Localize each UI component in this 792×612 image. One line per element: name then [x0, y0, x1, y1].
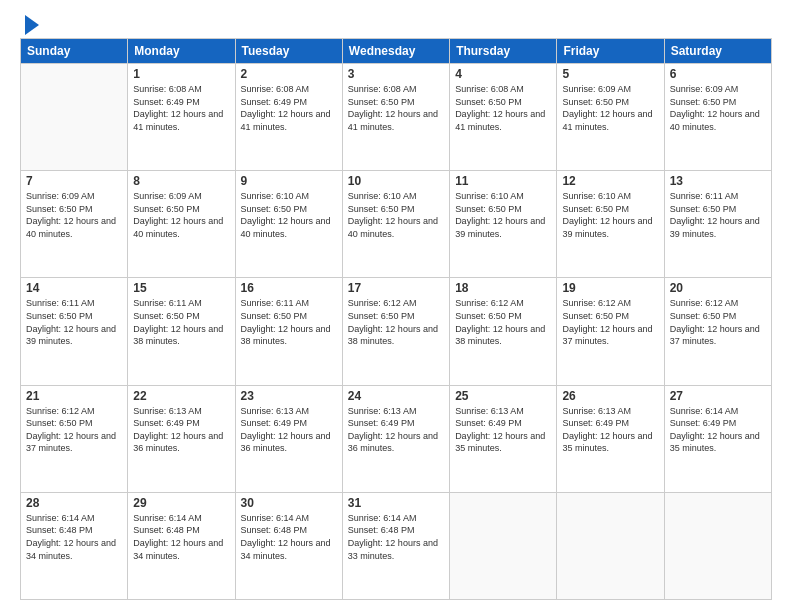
day-number: 22 [133, 389, 229, 403]
day-number: 13 [670, 174, 766, 188]
day-number: 21 [26, 389, 122, 403]
calendar-cell: 15Sunrise: 6:11 AMSunset: 6:50 PMDayligh… [128, 278, 235, 385]
cell-info: Sunrise: 6:09 AMSunset: 6:50 PMDaylight:… [562, 83, 658, 133]
header-row: SundayMondayTuesdayWednesdayThursdayFrid… [21, 39, 772, 64]
cell-info: Sunrise: 6:11 AMSunset: 6:50 PMDaylight:… [26, 297, 122, 347]
calendar-cell: 19Sunrise: 6:12 AMSunset: 6:50 PMDayligh… [557, 278, 664, 385]
cell-info: Sunrise: 6:11 AMSunset: 6:50 PMDaylight:… [670, 190, 766, 240]
calendar-cell: 17Sunrise: 6:12 AMSunset: 6:50 PMDayligh… [342, 278, 449, 385]
day-number: 11 [455, 174, 551, 188]
calendar-cell: 31Sunrise: 6:14 AMSunset: 6:48 PMDayligh… [342, 492, 449, 599]
cell-info: Sunrise: 6:11 AMSunset: 6:50 PMDaylight:… [241, 297, 337, 347]
weekday-header: Saturday [664, 39, 771, 64]
cell-info: Sunrise: 6:13 AMSunset: 6:49 PMDaylight:… [455, 405, 551, 455]
weekday-header: Tuesday [235, 39, 342, 64]
calendar-row: 21Sunrise: 6:12 AMSunset: 6:50 PMDayligh… [21, 385, 772, 492]
calendar-cell: 16Sunrise: 6:11 AMSunset: 6:50 PMDayligh… [235, 278, 342, 385]
calendar-cell: 7Sunrise: 6:09 AMSunset: 6:50 PMDaylight… [21, 171, 128, 278]
calendar-cell: 2Sunrise: 6:08 AMSunset: 6:49 PMDaylight… [235, 64, 342, 171]
cell-info: Sunrise: 6:08 AMSunset: 6:49 PMDaylight:… [241, 83, 337, 133]
weekday-header: Thursday [450, 39, 557, 64]
day-number: 26 [562, 389, 658, 403]
cell-info: Sunrise: 6:11 AMSunset: 6:50 PMDaylight:… [133, 297, 229, 347]
calendar-cell: 1Sunrise: 6:08 AMSunset: 6:49 PMDaylight… [128, 64, 235, 171]
day-number: 20 [670, 281, 766, 295]
day-number: 31 [348, 496, 444, 510]
cell-info: Sunrise: 6:13 AMSunset: 6:49 PMDaylight:… [562, 405, 658, 455]
day-number: 27 [670, 389, 766, 403]
cell-info: Sunrise: 6:12 AMSunset: 6:50 PMDaylight:… [26, 405, 122, 455]
calendar-cell [21, 64, 128, 171]
cell-info: Sunrise: 6:12 AMSunset: 6:50 PMDaylight:… [455, 297, 551, 347]
weekday-header: Friday [557, 39, 664, 64]
cell-info: Sunrise: 6:10 AMSunset: 6:50 PMDaylight:… [455, 190, 551, 240]
day-number: 18 [455, 281, 551, 295]
calendar-cell: 9Sunrise: 6:10 AMSunset: 6:50 PMDaylight… [235, 171, 342, 278]
calendar-row: 28Sunrise: 6:14 AMSunset: 6:48 PMDayligh… [21, 492, 772, 599]
day-number: 4 [455, 67, 551, 81]
cell-info: Sunrise: 6:08 AMSunset: 6:49 PMDaylight:… [133, 83, 229, 133]
cell-info: Sunrise: 6:13 AMSunset: 6:49 PMDaylight:… [348, 405, 444, 455]
calendar-cell: 30Sunrise: 6:14 AMSunset: 6:48 PMDayligh… [235, 492, 342, 599]
day-number: 19 [562, 281, 658, 295]
calendar-cell [664, 492, 771, 599]
calendar-cell: 26Sunrise: 6:13 AMSunset: 6:49 PMDayligh… [557, 385, 664, 492]
day-number: 17 [348, 281, 444, 295]
cell-info: Sunrise: 6:13 AMSunset: 6:49 PMDaylight:… [133, 405, 229, 455]
cell-info: Sunrise: 6:13 AMSunset: 6:49 PMDaylight:… [241, 405, 337, 455]
calendar-cell: 11Sunrise: 6:10 AMSunset: 6:50 PMDayligh… [450, 171, 557, 278]
logo [20, 18, 42, 30]
day-number: 8 [133, 174, 229, 188]
calendar-cell: 28Sunrise: 6:14 AMSunset: 6:48 PMDayligh… [21, 492, 128, 599]
cell-info: Sunrise: 6:14 AMSunset: 6:48 PMDaylight:… [26, 512, 122, 562]
day-number: 9 [241, 174, 337, 188]
calendar-cell: 12Sunrise: 6:10 AMSunset: 6:50 PMDayligh… [557, 171, 664, 278]
day-number: 28 [26, 496, 122, 510]
logo-arrow-icon [25, 15, 39, 35]
day-number: 7 [26, 174, 122, 188]
cell-info: Sunrise: 6:09 AMSunset: 6:50 PMDaylight:… [26, 190, 122, 240]
cell-info: Sunrise: 6:14 AMSunset: 6:48 PMDaylight:… [348, 512, 444, 562]
calendar-row: 7Sunrise: 6:09 AMSunset: 6:50 PMDaylight… [21, 171, 772, 278]
calendar-cell: 5Sunrise: 6:09 AMSunset: 6:50 PMDaylight… [557, 64, 664, 171]
cell-info: Sunrise: 6:14 AMSunset: 6:48 PMDaylight:… [241, 512, 337, 562]
cell-info: Sunrise: 6:08 AMSunset: 6:50 PMDaylight:… [455, 83, 551, 133]
day-number: 29 [133, 496, 229, 510]
day-number: 5 [562, 67, 658, 81]
cell-info: Sunrise: 6:08 AMSunset: 6:50 PMDaylight:… [348, 83, 444, 133]
calendar-cell: 14Sunrise: 6:11 AMSunset: 6:50 PMDayligh… [21, 278, 128, 385]
day-number: 25 [455, 389, 551, 403]
calendar-cell: 8Sunrise: 6:09 AMSunset: 6:50 PMDaylight… [128, 171, 235, 278]
calendar-cell: 4Sunrise: 6:08 AMSunset: 6:50 PMDaylight… [450, 64, 557, 171]
day-number: 24 [348, 389, 444, 403]
calendar-row: 1Sunrise: 6:08 AMSunset: 6:49 PMDaylight… [21, 64, 772, 171]
cell-info: Sunrise: 6:12 AMSunset: 6:50 PMDaylight:… [348, 297, 444, 347]
weekday-header: Monday [128, 39, 235, 64]
calendar-cell: 13Sunrise: 6:11 AMSunset: 6:50 PMDayligh… [664, 171, 771, 278]
calendar-cell: 20Sunrise: 6:12 AMSunset: 6:50 PMDayligh… [664, 278, 771, 385]
calendar-cell: 23Sunrise: 6:13 AMSunset: 6:49 PMDayligh… [235, 385, 342, 492]
cell-info: Sunrise: 6:09 AMSunset: 6:50 PMDaylight:… [133, 190, 229, 240]
day-number: 30 [241, 496, 337, 510]
cell-info: Sunrise: 6:14 AMSunset: 6:48 PMDaylight:… [133, 512, 229, 562]
calendar-cell: 27Sunrise: 6:14 AMSunset: 6:49 PMDayligh… [664, 385, 771, 492]
cell-info: Sunrise: 6:10 AMSunset: 6:50 PMDaylight:… [241, 190, 337, 240]
day-number: 15 [133, 281, 229, 295]
cell-info: Sunrise: 6:09 AMSunset: 6:50 PMDaylight:… [670, 83, 766, 133]
calendar-cell [450, 492, 557, 599]
calendar-cell: 21Sunrise: 6:12 AMSunset: 6:50 PMDayligh… [21, 385, 128, 492]
header [20, 18, 772, 30]
weekday-header: Sunday [21, 39, 128, 64]
day-number: 12 [562, 174, 658, 188]
calendar-cell: 25Sunrise: 6:13 AMSunset: 6:49 PMDayligh… [450, 385, 557, 492]
calendar-cell [557, 492, 664, 599]
cell-info: Sunrise: 6:12 AMSunset: 6:50 PMDaylight:… [670, 297, 766, 347]
day-number: 10 [348, 174, 444, 188]
calendar: SundayMondayTuesdayWednesdayThursdayFrid… [20, 38, 772, 600]
calendar-cell: 18Sunrise: 6:12 AMSunset: 6:50 PMDayligh… [450, 278, 557, 385]
cell-info: Sunrise: 6:10 AMSunset: 6:50 PMDaylight:… [348, 190, 444, 240]
day-number: 23 [241, 389, 337, 403]
calendar-cell: 10Sunrise: 6:10 AMSunset: 6:50 PMDayligh… [342, 171, 449, 278]
day-number: 2 [241, 67, 337, 81]
calendar-cell: 29Sunrise: 6:14 AMSunset: 6:48 PMDayligh… [128, 492, 235, 599]
